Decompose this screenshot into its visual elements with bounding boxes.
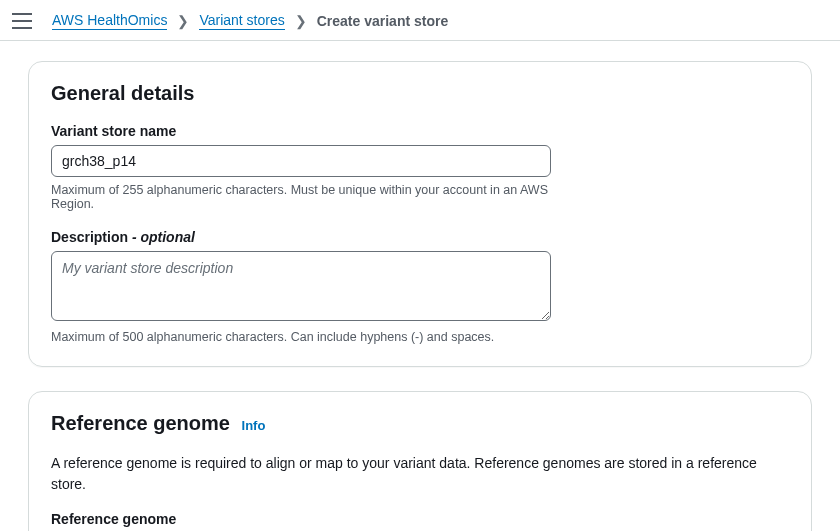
reference-genome-desc: A reference genome is required to align … [51, 453, 789, 495]
breadcrumb: AWS HealthOmics ❯ Variant stores ❯ Creat… [52, 12, 448, 30]
description-hint: Maximum of 500 alphanumeric characters. … [51, 330, 551, 344]
menu-icon[interactable] [12, 13, 32, 29]
variant-store-name-hint: Maximum of 255 alphanumeric characters. … [51, 183, 551, 211]
breadcrumb-root[interactable]: AWS HealthOmics [52, 12, 167, 30]
variant-store-name-label: Variant store name [51, 123, 551, 139]
general-details-panel: General details Variant store name Maxim… [28, 61, 812, 367]
info-link[interactable]: Info [242, 418, 266, 433]
reference-genome-field-label: Reference genome [51, 511, 551, 527]
reference-genome-title: Reference genome Info [51, 412, 789, 435]
reference-genome-panel: Reference genome Info A reference genome… [28, 391, 812, 531]
description-label: Description - optional [51, 229, 551, 245]
variant-store-name-input[interactable] [51, 145, 551, 177]
description-input[interactable] [51, 251, 551, 321]
chevron-right-icon: ❯ [295, 13, 307, 29]
general-details-title: General details [51, 82, 789, 105]
breadcrumb-variant-stores[interactable]: Variant stores [199, 12, 284, 30]
chevron-right-icon: ❯ [177, 13, 189, 29]
breadcrumb-current: Create variant store [317, 13, 449, 29]
